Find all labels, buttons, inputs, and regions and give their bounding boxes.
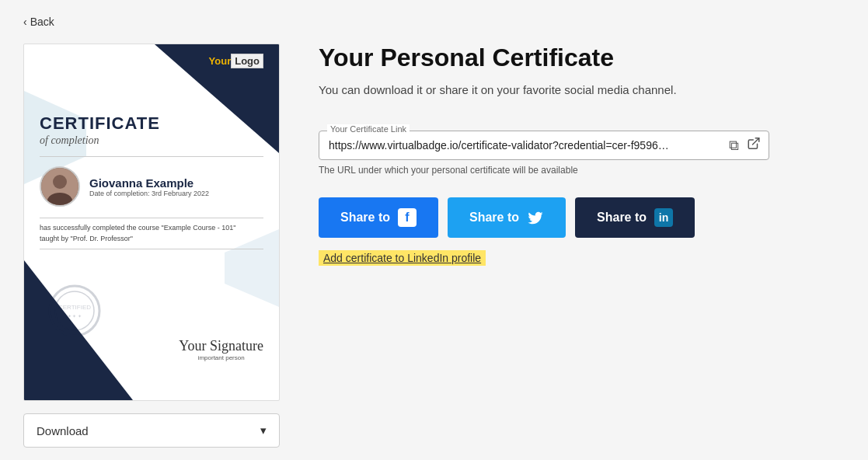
svg-point-4	[55, 291, 94, 330]
svg-text:✦ ✦ ✦: ✦ ✦ ✦	[68, 314, 82, 319]
cert-signature: Your Signature important person	[179, 338, 263, 361]
share-twitter-label: Share to	[469, 211, 519, 225]
certificate-panel: YourLogo CERTIFICATE of completion	[23, 44, 280, 448]
download-button[interactable]: Download ▾	[23, 413, 280, 448]
svg-point-1	[53, 175, 67, 189]
avatar-image	[41, 168, 78, 205]
cert-person-name: Giovanna Example	[89, 176, 209, 190]
share-linkedin-button[interactable]: Share to in	[575, 197, 695, 238]
cert-seal: CERTIFIED ✦ ✦ ✦	[47, 284, 102, 338]
page-description: You can download it or share it on your …	[319, 82, 707, 99]
info-panel: Your Personal Certificate You can downlo…	[319, 44, 845, 266]
download-arrow-icon: ▾	[260, 423, 267, 437]
cert-avatar	[40, 166, 80, 207]
share-linkedin-label: Share to	[597, 211, 647, 225]
page-title: Your Personal Certificate	[319, 44, 845, 72]
cert-divider	[40, 156, 263, 157]
link-field-label: Your Certificate Link	[327, 124, 410, 134]
cert-logo-your: Your	[209, 55, 232, 67]
certificate-link-field: Your Certificate Link https://www.virtua…	[319, 131, 769, 160]
copy-icon: ⧉	[729, 137, 739, 152]
linkedin-icon-text: in	[659, 211, 668, 224]
link-hint: The URL under which your personal certif…	[319, 165, 769, 176]
external-link-icon	[747, 138, 761, 153]
cert-person-date: Date of completion: 3rd February 2022	[89, 190, 209, 197]
share-facebook-label: Share to	[340, 211, 390, 225]
twitter-icon	[527, 209, 544, 226]
svg-point-3	[50, 286, 99, 336]
cert-body-text: has successfully completed the course "E…	[40, 218, 263, 249]
back-link[interactable]: ‹ Back	[23, 16, 54, 28]
share-twitter-button[interactable]: Share to	[448, 197, 566, 238]
linkedin-add-link[interactable]: Add certificate to LinkedIn profile	[319, 250, 486, 266]
linkedin-icon: in	[654, 208, 673, 227]
back-chevron-icon: ‹	[23, 16, 27, 28]
cert-person-info: Giovanna Example Date of completion: 3rd…	[89, 176, 209, 197]
facebook-icon: f	[398, 208, 417, 227]
cert-sig-label: important person	[179, 354, 263, 361]
cert-sig-text: Your Signature	[179, 338, 263, 354]
open-link-button[interactable]	[745, 134, 762, 155]
svg-line-7	[753, 138, 759, 144]
back-label: Back	[30, 16, 54, 28]
share-facebook-button[interactable]: Share to f	[319, 197, 438, 238]
svg-text:CERTIFIED: CERTIFIED	[58, 304, 91, 311]
cert-content: CERTIFICATE of completion	[40, 114, 263, 249]
cert-subtitle: of completion	[40, 134, 263, 147]
certificate-preview: YourLogo CERTIFICATE of completion	[23, 44, 280, 401]
cert-title: CERTIFICATE	[40, 114, 263, 133]
share-buttons: Share to f Share to Share to	[319, 197, 845, 238]
copy-link-button[interactable]: ⧉	[727, 135, 741, 155]
link-field-actions: ⧉	[727, 134, 762, 155]
main-content: YourLogo CERTIFICATE of completion	[23, 44, 845, 448]
page-container: ‹ Back YourLogo CERTIFICATE of completio…	[0, 0, 868, 460]
cert-logo-logo: Logo	[231, 54, 263, 68]
link-field-value: https://www.virtualbadge.io/certificate-…	[329, 139, 671, 152]
cert-logo: YourLogo	[209, 55, 263, 67]
cert-person-row: Giovanna Example Date of completion: 3rd…	[40, 166, 263, 207]
download-label: Download	[37, 424, 89, 437]
